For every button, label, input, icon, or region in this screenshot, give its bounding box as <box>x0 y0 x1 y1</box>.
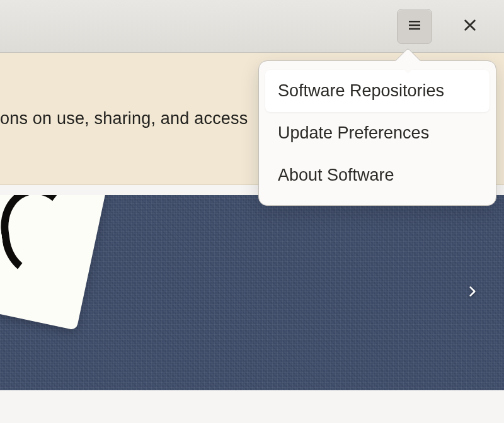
menu-item-label: About Software <box>278 166 394 184</box>
info-bar-text: ons on use, sharing, and access <box>0 109 248 128</box>
hamburger-menu-button[interactable] <box>397 9 432 44</box>
header-bar <box>0 0 504 53</box>
menu-item-software-repositories[interactable]: Software Repositories <box>265 70 490 112</box>
window: ons on use, sharing, and access Software… <box>0 0 504 423</box>
menu-item-label: Update Preferences <box>278 123 429 142</box>
menu-item-about-software[interactable]: About Software <box>265 154 490 196</box>
menu-item-update-preferences[interactable]: Update Preferences <box>265 112 490 154</box>
featured-banner[interactable] <box>0 195 504 390</box>
menu-item-label: Software Repositories <box>278 81 444 100</box>
chevron-right-icon <box>466 285 479 300</box>
banner-artwork <box>0 195 108 330</box>
close-button[interactable] <box>452 9 488 44</box>
banner-next-button[interactable] <box>459 279 486 307</box>
content-area <box>0 186 504 404</box>
hamburger-popover: Software Repositories Update Preferences… <box>258 60 496 206</box>
hamburger-icon <box>407 18 422 35</box>
close-icon <box>463 18 477 35</box>
